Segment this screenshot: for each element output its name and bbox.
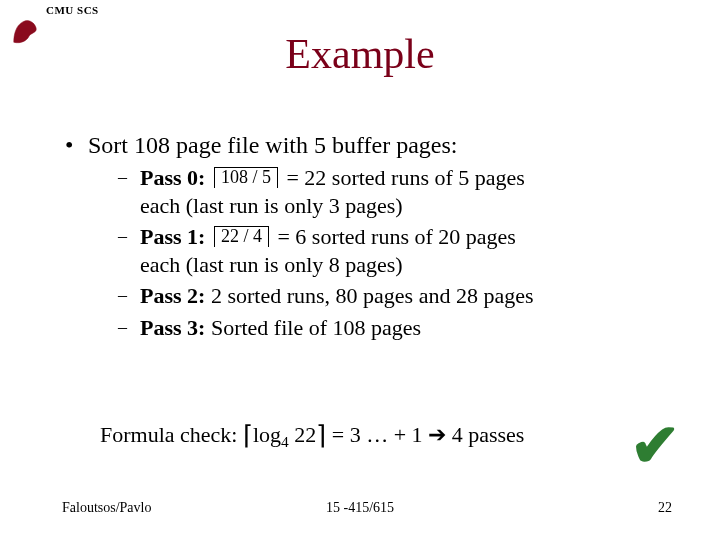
ceil-expr: 108 / 5 [214, 167, 278, 188]
ceil-left-icon: ⌈ [243, 421, 253, 450]
formula-line: Formula check: ⌈log4 22⌉ = 3 … + 1 ➔ 4 p… [100, 420, 524, 451]
pass-label: Pass 2: [140, 283, 205, 308]
pass-text: = 6 sorted runs of 20 pages [277, 224, 515, 249]
checkmark-icon: ✔ [630, 410, 680, 481]
pass-text: = 22 sorted runs of 5 pages [286, 165, 524, 190]
pass-label: Pass 3: [140, 315, 205, 340]
list-item: Pass 0: 108 / 5 = 22 sorted runs of 5 pa… [116, 164, 680, 219]
ceil-expr: 22 / 4 [214, 226, 269, 247]
formula-mid: = 3 … + 1 [326, 422, 428, 447]
pass-text: 2 sorted runs, 80 pages and 28 pages [211, 283, 534, 308]
log-arg: 22 [289, 422, 317, 447]
pass-label: Pass 0: [140, 165, 205, 190]
list-item: Pass 2: 2 sorted runs, 80 pages and 28 p… [116, 282, 680, 310]
main-bullet-text: Sort 108 page file with 5 buffer pages: [88, 132, 457, 158]
ceil-right-icon: ⌉ [316, 421, 326, 450]
arrow-icon: ➔ [428, 422, 446, 447]
main-bullet: Sort 108 page file with 5 buffer pages: … [60, 130, 680, 341]
footer-pagenum: 22 [658, 500, 672, 516]
formula-prefix: Formula check: [100, 422, 243, 447]
pass-text: Sorted file of 108 pages [211, 315, 421, 340]
slide-title: Example [0, 30, 720, 78]
formula-end: 4 passes [446, 422, 524, 447]
body: Sort 108 page file with 5 buffer pages: … [60, 130, 680, 357]
pass-text-cont: each (last run is only 3 pages) [140, 193, 403, 218]
pass-text-cont: each (last run is only 8 pages) [140, 252, 403, 277]
pass-label: Pass 1: [140, 224, 205, 249]
list-item: Pass 1: 22 / 4 = 6 sorted runs of 20 pag… [116, 223, 680, 278]
list-item: Pass 3: Sorted file of 108 pages [116, 314, 680, 342]
log-base: 4 [281, 433, 289, 450]
footer-course: 15 -415/615 [0, 500, 720, 516]
slide: CMU SCS Example Sort 108 page file with … [0, 0, 720, 540]
org-label: CMU SCS [46, 4, 99, 16]
sub-list: Pass 0: 108 / 5 = 22 sorted runs of 5 pa… [116, 164, 680, 341]
log-word: log [253, 422, 281, 447]
